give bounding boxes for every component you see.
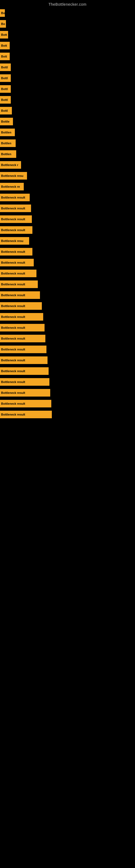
bar-row: Bottleneck result (0, 268, 135, 279)
bar-row: Bottleneck re (0, 181, 135, 192)
bar-row: Bottleneck result (0, 366, 135, 376)
bar: Bottleneck result (0, 313, 43, 321)
bar-row: Bott (0, 29, 135, 40)
bar-label: Bottleneck result (1, 369, 25, 373)
bar: Bottleneck result (0, 335, 45, 342)
bar: Bottleneck result (0, 248, 32, 255)
bar: Bottleneck result (0, 324, 45, 332)
bar-row: Bottl (0, 105, 135, 116)
bar-label: Bottleneck result (1, 272, 25, 275)
bar: Bottleneck resu (0, 172, 27, 180)
bar-label: Bottl (1, 109, 8, 112)
bar-label: Bott (1, 55, 7, 58)
bar-row: Bottlen (0, 138, 135, 149)
bar-row: Bottleneck result (0, 409, 135, 420)
bar-label: Bottleneck result (1, 337, 25, 340)
bar-label: Bottleneck resu (1, 239, 24, 243)
bar-row: Bottleneck result (0, 322, 135, 333)
bar-label: Bottleneck r (1, 163, 18, 166)
bar-row: Bottlen (0, 127, 135, 138)
bar: Bottleneck result (0, 226, 32, 234)
bar: Bottleneck result (0, 389, 50, 397)
bar-label: Bottleneck result (1, 413, 25, 416)
bar-label: Bottlen (1, 142, 11, 145)
bar: Bottl (0, 85, 11, 93)
bar: Bottleneck result (0, 259, 34, 267)
bar-row: Bo (0, 8, 135, 19)
bar: Bottleneck result (0, 346, 46, 353)
bar: Bottl (0, 107, 12, 115)
bar-row: Bottleneck result (0, 192, 135, 203)
bar-label: Bottl (1, 98, 8, 101)
bar: Bottlen (0, 129, 15, 136)
bar-label: Bottleneck result (1, 293, 25, 297)
bar-label: Bottleneck result (1, 359, 25, 362)
bar-row: Bottlen (0, 149, 135, 159)
bar-row: Bottleneck result (0, 225, 135, 236)
bar-label: Bottleneck resu (1, 174, 24, 177)
bar-row: Bott (0, 51, 135, 62)
bar-row: Bottleneck result (0, 398, 135, 409)
bar-row: Bottleneck result (0, 388, 135, 398)
bar: Bottleneck result (0, 302, 42, 310)
bar: Bottleneck result (0, 205, 31, 212)
bar-row: Bottleneck result (0, 214, 135, 225)
bar-row: Bott (0, 40, 135, 51)
bar-row: Bo (0, 19, 135, 29)
bar-label: Bottleneck result (1, 315, 25, 318)
bar-row: Bottle (0, 116, 135, 127)
bar-label: Bottleneck result (1, 261, 25, 264)
bar: Bottleneck result (0, 411, 52, 418)
bar-label: Bottle (1, 120, 9, 123)
bar-label: Bottleneck result (1, 218, 25, 221)
site-title: TheBottlenecker.com (0, 0, 135, 8)
bar: Bottleneck result (0, 291, 40, 299)
bar-row: Bottleneck result (0, 301, 135, 311)
bar-label: Bottleneck result (1, 348, 25, 351)
bar-label: Bottleneck result (1, 326, 25, 329)
bar-row: Bottl (0, 94, 135, 105)
bar-row: Bottleneck result (0, 333, 135, 344)
bar: Bott (0, 31, 8, 38)
bar: Bottle (0, 118, 13, 125)
bar-row: Bottl (0, 62, 135, 73)
bar-row: Bottleneck result (0, 355, 135, 366)
bar: Bottleneck result (0, 400, 51, 407)
bar-row: Bottleneck result (0, 376, 135, 388)
bar: Bottleneck result (0, 215, 32, 223)
bars-container: BoBoBottBottBottBottlBottlBottlBottlBott… (0, 8, 135, 420)
bar-row: Bottleneck result (0, 203, 135, 214)
bar-row: Bottleneck resu (0, 170, 135, 181)
bar-row: Bottleneck resu (0, 236, 135, 246)
bar-label: Bott (1, 44, 7, 47)
bar-label: Bottleneck result (1, 391, 25, 394)
bar-row: Bottl (0, 73, 135, 84)
bar-row: Bottleneck r (0, 159, 135, 170)
bar-label: Bottl (1, 76, 8, 80)
bar-label: Bottleneck result (1, 207, 25, 210)
bar: Bottleneck result (0, 367, 49, 375)
bar-row: Bottleneck result (0, 344, 135, 355)
bar-label: Bottlen (1, 131, 11, 134)
bar: Bottl (0, 96, 11, 104)
bar: Bottleneck result (0, 378, 49, 386)
bar-row: Bottleneck result (0, 311, 135, 322)
bar-label: Bottleneck result (1, 380, 25, 383)
bar-label: Bottleneck result (1, 250, 25, 253)
bar-label: Bottleneck result (1, 228, 25, 231)
bar-label: Bottleneck result (1, 304, 25, 308)
bar: Bottlen (0, 140, 16, 147)
bar-label: Bottl (1, 66, 8, 69)
bar-row: Bottleneck result (0, 246, 135, 257)
bar-label: Bottleneck re (1, 185, 20, 188)
bar: Bottl (0, 74, 11, 82)
bar-label: Bottleneck result (1, 283, 25, 286)
bar-label: Bo (1, 22, 5, 26)
bar-label: Bottl (1, 87, 8, 91)
bar: Bottleneck result (0, 270, 37, 277)
bar-label: Bottleneck result (1, 402, 25, 405)
bar-label: Bott (1, 33, 7, 36)
bar-row: Bottleneck result (0, 257, 135, 268)
bar: Bott (0, 42, 10, 50)
bar: Bottleneck result (0, 194, 30, 201)
